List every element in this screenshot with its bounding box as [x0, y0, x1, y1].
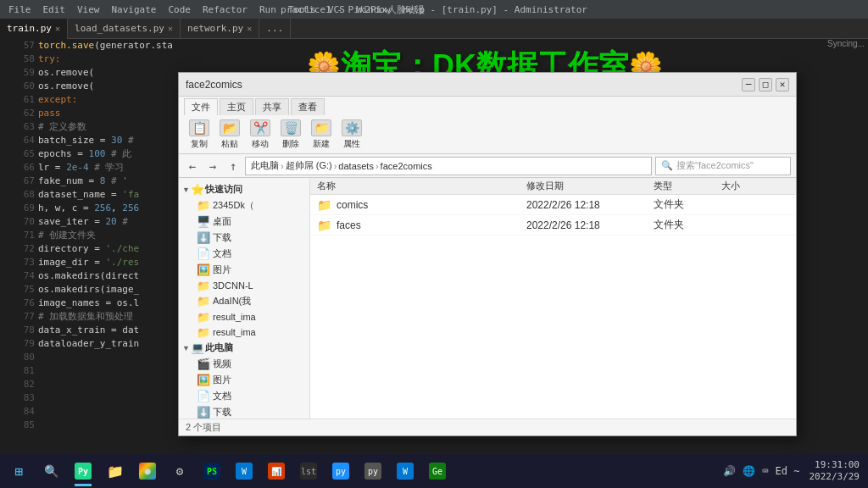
maximize-button[interactable]: □ [759, 78, 772, 92]
taskbar-app7[interactable]: W [390, 456, 420, 486]
back-button[interactable]: ← [184, 158, 201, 175]
app3-icon: 📊 [268, 463, 285, 480]
tray-icon-1[interactable]: 🔊 [721, 465, 738, 477]
tab-train-py[interactable]: train.py ✕ [0, 19, 68, 39]
ribbon-delete-btn[interactable]: 🗑️ 删除 [277, 118, 304, 152]
start-button[interactable]: ⊞ [3, 456, 34, 486]
breadcrumb[interactable]: 此电脑 › 超帅屌 (G:) › datasets › face2comics [245, 157, 652, 175]
nav-item-pictures[interactable]: 🖼️ 图片 [179, 262, 309, 278]
taskbar-date-value: 2022/3/29 [809, 471, 860, 483]
nav-item-result1[interactable]: 📁 result_ima [179, 309, 309, 324]
close-button[interactable]: ✕ [776, 78, 789, 92]
nav-item-downloads[interactable]: ⬇️ 下载 [179, 230, 309, 246]
tab-close-icon[interactable]: ✕ [55, 24, 60, 33]
ribbon-properties-label: 属性 [343, 138, 360, 150]
breadcrumb-sep1: › [281, 161, 284, 171]
windows-taskbar: ⊞ 🔍 Py 📁 ● ⚙️ PS W 📊 lst py py W Ge 🔊 🌐 … [0, 454, 868, 488]
taskbar-terminal[interactable]: PS [197, 456, 227, 486]
nav-item-docs[interactable]: 📄 文档 [179, 246, 309, 262]
chrome-icon: ● [139, 463, 156, 480]
nav-item-2345[interactable]: 📁 2345Dk（ [179, 197, 309, 214]
copy-icon: 📋 [189, 119, 209, 136]
taskbar-clock[interactable]: 19:31:00 2022/3/29 [804, 459, 865, 484]
taskbar-app2[interactable]: W [229, 456, 259, 486]
taskbar-app5[interactable]: py [326, 456, 356, 486]
menu-view[interactable]: View [72, 3, 105, 17]
tab-load-datasets[interactable]: load_datasets.py ✕ [68, 19, 181, 39]
file-list: 名称 修改日期 类型 大小 📁 comics 2022/2/26 12:18 文… [310, 178, 796, 419]
tab-network[interactable]: network.py ✕ [181, 19, 259, 39]
ribbon-tab-home[interactable]: 主页 [220, 98, 253, 115]
terminal-icon: PS [203, 463, 220, 480]
col-modified[interactable]: 修改日期 [526, 180, 654, 192]
menu-edit[interactable]: Edit [38, 3, 71, 17]
tab-more[interactable]: ... [259, 19, 291, 39]
menu-navigate[interactable]: Navigate [107, 3, 162, 17]
taskbar-app6[interactable]: py [358, 456, 388, 486]
taskbar-app8[interactable]: Ge [422, 456, 453, 486]
nav-quick-access-header[interactable]: ▼ ⭐ 快速访问 [179, 181, 309, 197]
folder-icon4: 📁 [198, 311, 209, 323]
nav-item-pic[interactable]: 🖼️ 图片 [179, 372, 309, 388]
expand-arrow: ▼ [182, 186, 190, 194]
ribbon-delete-label: 删除 [282, 138, 299, 150]
taskbar-app3[interactable]: 📊 [261, 456, 292, 486]
ribbon-properties-btn[interactable]: ⚙️ 属性 [338, 118, 365, 152]
ribbon-tab-share[interactable]: 共享 [255, 98, 289, 115]
desktop-icon: 🖥️ [198, 216, 209, 228]
nav-item-desktop[interactable]: 🖥️ 桌面 [179, 214, 309, 230]
folder-icon5: 📁 [198, 326, 209, 338]
ribbon-copy-btn[interactable]: 📋 复制 [186, 118, 213, 152]
menu-run[interactable]: Run [254, 3, 281, 17]
menu-code[interactable]: Code [163, 3, 196, 17]
move-icon: ✂️ [250, 119, 270, 136]
nav-result2-label: result_ima [213, 327, 256, 337]
menu-refactor[interactable]: Refactor [198, 3, 253, 17]
tray-icon-3[interactable]: ⌨ [760, 465, 771, 477]
tray-icon-2[interactable]: 🌐 [740, 465, 758, 477]
nav-item-doc2[interactable]: 📄 文档 [179, 388, 309, 404]
ribbon-tab-view[interactable]: 查看 [291, 98, 325, 115]
taskbar-pycharm[interactable]: Py [68, 456, 98, 486]
taskbar-settings[interactable]: ⚙️ [164, 456, 195, 486]
file-row-faces[interactable]: 📁 faces 2022/2/26 12:18 文件夹 [310, 215, 796, 236]
up-button[interactable]: ↑ [225, 158, 242, 175]
code-area[interactable]: 5758596061 6263646566 6768697071 7273747… [13, 39, 182, 456]
search-box[interactable]: 🔍 搜索"face2comics" [655, 157, 791, 175]
nav-item-3dcnn[interactable]: 📁 3DCNN-L [179, 278, 309, 293]
forward-button[interactable]: → [204, 158, 221, 175]
tab-close-icon3[interactable]: ✕ [247, 24, 252, 33]
ribbon-tab-file[interactable]: 文件 [184, 98, 218, 115]
menu-bar: File Edit View Navigate Code Refactor Ru… [0, 0, 868, 19]
col-size[interactable]: 大小 [721, 180, 789, 192]
col-name[interactable]: 名称 [317, 180, 526, 192]
taskbar-explorer[interactable]: 📁 [100, 456, 131, 486]
search-placeholder: 搜索"face2comics" [676, 159, 754, 172]
ribbon-new-btn[interactable]: 📁 新建 [308, 118, 335, 152]
nav-item-adain[interactable]: 📁 AdaIN(我 [179, 293, 309, 309]
nav-2345-label: 2345Dk（ [213, 199, 254, 212]
breadcrumb-sep3: › [376, 161, 379, 171]
folder-icon-faces: 📁 [317, 219, 331, 232]
nav-item-result2[interactable]: 📁 result_ima [179, 324, 309, 340]
file-row-comics[interactable]: 📁 comics 2022/2/26 12:18 文件夹 [310, 195, 796, 215]
nav-panel: ▼ ⭐ 快速访问 📁 2345Dk（ 🖥️ 桌面 ⬇️ 下载 📄 [179, 178, 310, 419]
col-type[interactable]: 类型 [654, 180, 721, 192]
minimize-button[interactable]: ─ [742, 78, 755, 92]
taskbar-chrome[interactable]: ● [132, 456, 163, 486]
nav-this-pc-header[interactable]: ▼ 💻 此电脑 [179, 340, 309, 356]
file-explorer-window: face2comics ─ □ ✕ 文件 主页 共享 查看 📋 复制 📂 粘贴 … [178, 72, 797, 436]
ribbon-move-btn[interactable]: ✂️ 移动 [247, 118, 274, 152]
ed-tray[interactable]: Ed ~ [772, 465, 802, 477]
pycharm-icon: Py [75, 463, 92, 480]
column-headers: 名称 修改日期 类型 大小 [310, 178, 796, 195]
dl2-icon: ⬇️ [198, 407, 209, 419]
taskbar-app4[interactable]: lst [293, 456, 324, 486]
nav-3dcnn-label: 3DCNN-L [213, 280, 253, 291]
ribbon-paste-btn[interactable]: 📂 粘贴 [216, 118, 243, 152]
tab-close-icon2[interactable]: ✕ [168, 24, 173, 33]
nav-item-video[interactable]: 🎬 视频 [179, 356, 309, 372]
nav-item-dl2[interactable]: ⬇️ 下载 [179, 404, 309, 419]
taskbar-search[interactable]: 🔍 [36, 456, 66, 486]
menu-file[interactable]: File [3, 3, 36, 17]
